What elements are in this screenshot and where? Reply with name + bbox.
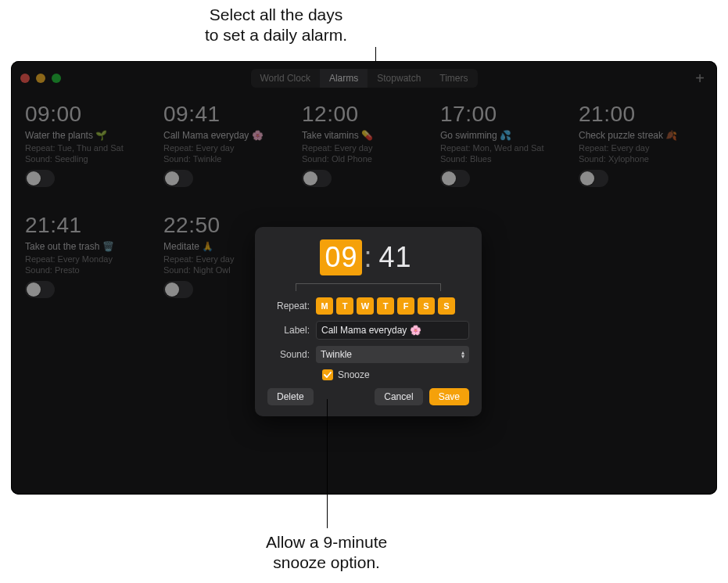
save-button[interactable]: Save: [429, 388, 469, 405]
annotation-top: Select all the days to set a daily alarm…: [205, 5, 347, 46]
alarm-time: 12:00: [302, 102, 426, 127]
alarm-label: Call Mama everyday 🌸: [163, 130, 288, 141]
alarm-card[interactable]: 09:41 Call Mama everyday 🌸 Repeat: Every…: [163, 102, 288, 196]
label-row: Label:: [267, 321, 469, 340]
repeat-row: Repeat: M T W T F S S: [267, 297, 469, 315]
repeat-label: Repeat:: [267, 300, 316, 311]
minimize-window-icon[interactable]: [36, 74, 45, 83]
alarm-toggle[interactable]: [302, 170, 332, 187]
alarm-toggle[interactable]: [25, 170, 55, 187]
alarm-label-input[interactable]: [316, 321, 469, 340]
alarm-card[interactable]: 17:00 Go swimming 💦 Repeat: Mon, Wed and…: [440, 102, 565, 196]
repeat-day-tue[interactable]: T: [336, 297, 353, 315]
annotation-bottom: Allow a 9-minute snooze option.: [266, 532, 387, 574]
alarm-toggle[interactable]: [579, 170, 608, 187]
time-picker[interactable]: 09 : 41: [267, 239, 469, 275]
alarm-toggle[interactable]: [163, 281, 193, 298]
repeat-day-mon[interactable]: M: [316, 297, 333, 315]
clock-app-window: World Clock Alarms Stopwatch Timers + 09…: [11, 61, 717, 495]
alarm-sound: Sound: Presto: [25, 265, 149, 275]
add-alarm-button[interactable]: +: [695, 70, 705, 86]
alarm-sound: Sound: Old Phone: [302, 154, 426, 164]
alarm-label: Take out the trash 🗑️: [25, 241, 149, 252]
tab-timers[interactable]: Timers: [430, 69, 477, 88]
minute-field[interactable]: 41: [375, 239, 417, 275]
repeat-day-fri[interactable]: F: [397, 297, 414, 315]
alarm-toggle[interactable]: [440, 170, 470, 187]
time-colon: :: [362, 241, 374, 274]
alarm-sound: Sound: Blues: [440, 154, 565, 164]
repeat-day-thu[interactable]: T: [377, 297, 394, 315]
hour-field[interactable]: 09: [320, 239, 362, 275]
alarm-label: Check puzzle streak 🍂: [579, 130, 703, 141]
alarm-repeat: Repeat: Every day: [302, 143, 426, 153]
snooze-row: Snooze: [322, 369, 469, 380]
edit-alarm-dialog: 09 : 41 Repeat: M T W T F S S Label: Sou…: [255, 227, 482, 416]
repeat-day-wed[interactable]: W: [357, 297, 374, 315]
alarm-repeat: Repeat: Every day: [163, 143, 288, 153]
alarm-repeat: Repeat: Every Monday: [25, 254, 149, 264]
alarm-sound: Sound: Twinkle: [163, 154, 288, 164]
alarm-card[interactable]: 12:00 Take vitamins 💊 Repeat: Every day …: [302, 102, 426, 196]
alarm-time: 21:00: [579, 102, 703, 127]
sound-field-label: Sound:: [267, 349, 316, 360]
alarm-card[interactable]: 09:00 Water the plants 🌱 Repeat: Tue, Th…: [25, 102, 149, 196]
alarm-repeat: Repeat: Mon, Wed and Sat: [440, 143, 565, 153]
repeat-bracket: [296, 283, 441, 291]
repeat-day-buttons: M T W T F S S: [316, 297, 455, 315]
close-window-icon[interactable]: [20, 74, 30, 83]
tab-segmented-control: World Clock Alarms Stopwatch Timers: [250, 69, 477, 88]
alarm-repeat: Repeat: Tue, Thu and Sat: [25, 143, 149, 153]
tab-world-clock[interactable]: World Clock: [250, 69, 319, 88]
alarm-repeat: Repeat: Every day: [579, 143, 703, 153]
alarm-sound: Sound: Xylophone: [579, 154, 703, 164]
alarm-time: 21:41: [25, 213, 149, 238]
leader-bottom: [327, 399, 328, 528]
repeat-day-sat[interactable]: S: [418, 297, 435, 315]
dialog-buttons: Delete Cancel Save: [267, 388, 469, 405]
snooze-checkbox[interactable]: [322, 369, 333, 380]
label-field-label: Label:: [267, 325, 316, 336]
alarm-toggle[interactable]: [25, 281, 55, 298]
alarm-sound: Sound: Seedling: [25, 154, 149, 164]
sound-select[interactable]: Twinkle ▴▾: [316, 346, 469, 363]
sound-select-value: Twinkle: [321, 349, 352, 360]
window-controls: [20, 74, 61, 83]
alarm-time: 09:00: [25, 102, 149, 127]
checkmark-icon: [324, 371, 332, 379]
alarm-time: 09:41: [163, 102, 288, 127]
alarm-card[interactable]: 21:41 Take out the trash 🗑️ Repeat: Ever…: [25, 213, 149, 307]
delete-button[interactable]: Delete: [267, 388, 314, 405]
sound-row: Sound: Twinkle ▴▾: [267, 346, 469, 363]
tab-stopwatch[interactable]: Stopwatch: [368, 69, 430, 88]
alarm-label: Water the plants 🌱: [25, 130, 149, 141]
alarm-time: 17:00: [440, 102, 565, 127]
cancel-button[interactable]: Cancel: [375, 388, 422, 405]
alarm-label: Go swimming 💦: [440, 130, 565, 141]
tab-alarms[interactable]: Alarms: [320, 69, 368, 88]
alarm-card[interactable]: 21:00 Check puzzle streak 🍂 Repeat: Ever…: [579, 102, 703, 196]
updown-stepper-icon: ▴▾: [461, 351, 464, 358]
titlebar: World Clock Alarms Stopwatch Timers +: [11, 61, 717, 95]
alarm-label: Take vitamins 💊: [302, 130, 426, 141]
alarm-toggle[interactable]: [163, 170, 193, 187]
zoom-window-icon[interactable]: [52, 74, 61, 83]
repeat-day-sun[interactable]: S: [438, 297, 455, 315]
snooze-label: Snooze: [338, 369, 370, 380]
